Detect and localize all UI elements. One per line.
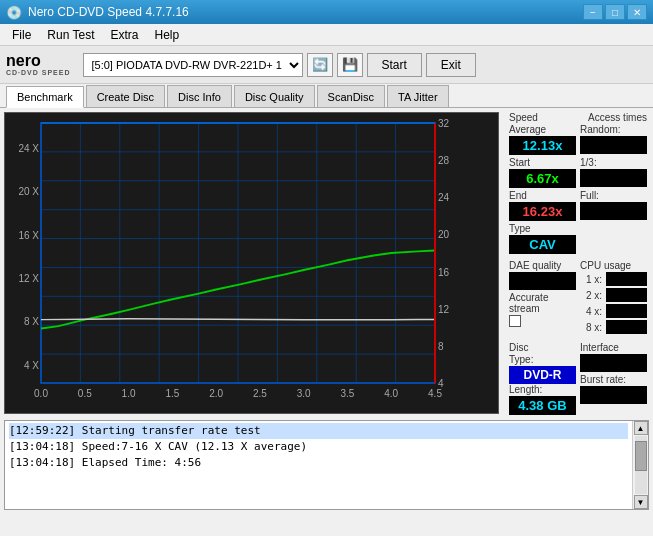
- cpu-2x-label: 2 x:: [580, 290, 602, 301]
- end-label: End: [509, 190, 576, 201]
- scroll-thumb[interactable]: [635, 441, 647, 471]
- log-entry-2: [13:04:18] Elapsed Time: 4:56: [9, 455, 628, 471]
- log-time-0: [12:59:22]: [9, 424, 75, 437]
- tab-benchmark[interactable]: Benchmark: [6, 86, 84, 108]
- refresh-icon-btn[interactable]: 🔄: [307, 53, 333, 77]
- maximize-button[interactable]: □: [605, 4, 625, 20]
- cpu-row-4x: 4 x:: [580, 304, 647, 318]
- title-bar: 💿 Nero CD-DVD Speed 4.7.7.16 − □ ✕: [0, 0, 653, 24]
- cpu-8x-value: [606, 320, 647, 334]
- disc-type-sub-label: Type:: [509, 354, 576, 365]
- menu-run-test[interactable]: Run Test: [39, 26, 102, 44]
- scroll-down-arrow[interactable]: ▼: [634, 495, 648, 509]
- toolbar: nero CD·DVD SPEED [5:0] PIODATA DVD-RW D…: [0, 46, 653, 84]
- average-label: Average: [509, 124, 576, 135]
- logo-nero-text: nero: [6, 53, 71, 69]
- disc-type-value: DVD-R: [509, 366, 576, 384]
- close-button[interactable]: ✕: [627, 4, 647, 20]
- log-area: [12:59:22] Starting transfer rate test […: [4, 420, 649, 510]
- average-value: 12.13x: [509, 136, 576, 155]
- menu-extra[interactable]: Extra: [102, 26, 146, 44]
- cpu-2x-value: [606, 288, 647, 302]
- log-time-1: [13:04:18]: [9, 440, 75, 453]
- cpu-4x-label: 4 x:: [580, 306, 602, 317]
- log-time-2: [13:04:18]: [9, 456, 75, 469]
- interface-label: Interface: [580, 342, 647, 353]
- menu-help[interactable]: Help: [147, 26, 188, 44]
- tab-ta-jitter[interactable]: TA Jitter: [387, 85, 449, 107]
- cpu-row-2x: 2 x:: [580, 288, 647, 302]
- cpu-row-8x: 8 x:: [580, 320, 647, 334]
- start-label: Start: [509, 157, 576, 168]
- speed-label: Speed: [509, 112, 538, 123]
- full-label: Full:: [580, 190, 647, 201]
- type-value: CAV: [509, 235, 576, 254]
- app-logo: nero CD·DVD SPEED: [6, 53, 71, 76]
- tab-scan-disc[interactable]: ScanDisc: [317, 85, 385, 107]
- cpu-1x-label: 1 x:: [580, 274, 602, 285]
- burst-rate-value: [580, 386, 647, 404]
- menu-bar: File Run Test Extra Help: [0, 24, 653, 46]
- burst-rate-label: Burst rate:: [580, 374, 647, 385]
- tab-disc-quality[interactable]: Disc Quality: [234, 85, 315, 107]
- start-value: 6.67x: [509, 169, 576, 188]
- log-content: [12:59:22] Starting transfer rate test […: [5, 421, 632, 509]
- scroll-track[interactable]: [635, 436, 647, 494]
- scroll-up-arrow[interactable]: ▲: [634, 421, 648, 435]
- log-scrollbar[interactable]: ▲ ▼: [632, 421, 648, 509]
- log-entry-0: [12:59:22] Starting transfer rate test: [9, 423, 628, 439]
- logo-sub-text: CD·DVD SPEED: [6, 69, 71, 76]
- tab-create-disc[interactable]: Create Disc: [86, 85, 165, 107]
- type-label: Type: [509, 223, 576, 234]
- access-times-label: Access times: [588, 112, 647, 123]
- log-entry-1: [13:04:18] Speed:7-16 X CAV (12.13 X ave…: [9, 439, 628, 455]
- accurate-stream-checkbox[interactable]: [509, 315, 521, 327]
- dae-quality-label: DAE quality: [509, 260, 576, 271]
- accurate-stream-label: Accurate stream: [509, 292, 576, 314]
- full-value: [580, 202, 647, 220]
- random-label: Random:: [580, 124, 647, 135]
- speed-section: Speed Access times Average 12.13x Random…: [509, 112, 647, 254]
- end-value: 16.23x: [509, 202, 576, 221]
- random-value: [580, 136, 647, 154]
- cpu-1x-value: [606, 272, 647, 286]
- interface-value: [580, 354, 647, 372]
- minimize-button[interactable]: −: [583, 4, 603, 20]
- window-title: Nero CD-DVD Speed 4.7.7.16: [28, 5, 581, 19]
- one-third-label: 1/3:: [580, 157, 647, 168]
- accurate-stream-checkbox-area: [509, 315, 576, 327]
- log-text-2: Elapsed Time: 4:56: [82, 456, 201, 469]
- disc-length-label: Length:: [509, 384, 576, 395]
- chart-area: [4, 112, 499, 414]
- start-button[interactable]: Start: [367, 53, 422, 77]
- cpu-8x-label: 8 x:: [580, 322, 602, 333]
- save-icon-btn[interactable]: 💾: [337, 53, 363, 77]
- cpu-usage-label: CPU usage: [580, 260, 647, 271]
- tab-bar: Benchmark Create Disc Disc Info Disc Qua…: [0, 84, 653, 108]
- log-text-1: Speed:7-16 X CAV (12.13 X average): [82, 440, 307, 453]
- right-panel: Speed Access times Average 12.13x Random…: [503, 108, 653, 418]
- log-text-0: Starting transfer rate test: [82, 424, 261, 437]
- one-third-value: [580, 169, 647, 187]
- cpu-4x-value: [606, 304, 647, 318]
- disc-type-label: Disc: [509, 342, 576, 353]
- disc-length-value: 4.38 GB: [509, 396, 576, 415]
- drive-select[interactable]: [5:0] PIODATA DVD-RW DVR-221D+ 1.CZ: [83, 53, 303, 77]
- exit-button[interactable]: Exit: [426, 53, 476, 77]
- main-content: Speed Access times Average 12.13x Random…: [0, 108, 653, 418]
- tab-disc-info[interactable]: Disc Info: [167, 85, 232, 107]
- cpu-row-1x: 1 x:: [580, 272, 647, 286]
- dae-quality-value: [509, 272, 576, 290]
- menu-file[interactable]: File: [4, 26, 39, 44]
